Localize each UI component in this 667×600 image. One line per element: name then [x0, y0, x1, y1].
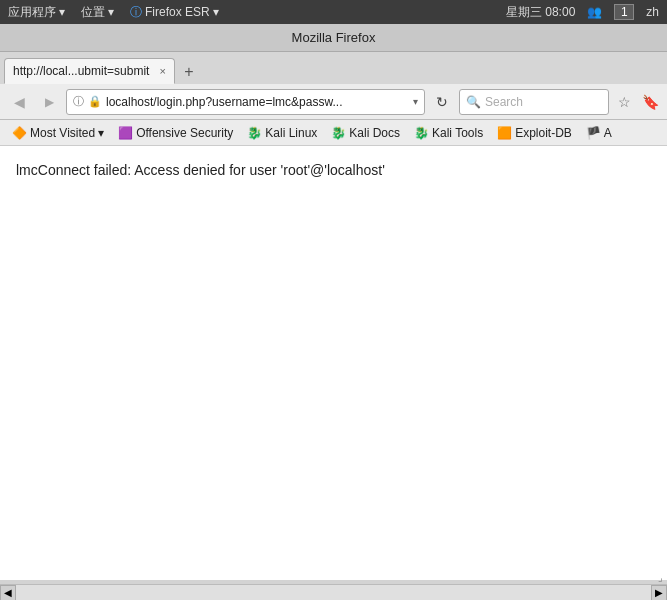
reload-icon: ↻	[436, 94, 448, 110]
most-visited-icon: 🔶	[12, 126, 27, 140]
places-menu-arrow: ▾	[108, 5, 114, 19]
star-icon: ☆	[618, 94, 631, 110]
system-bar: 应用程序 ▾ 位置 ▾ ⓘ Firefox ESR ▾ 星期三 08:00 👥 …	[0, 0, 667, 24]
bookmark-offensive-security[interactable]: 🟪 Offensive Security	[112, 124, 239, 142]
bookmark-kali-docs[interactable]: 🐉 Kali Docs	[325, 124, 406, 142]
bookmarks-bar: 🔶 Most Visited ▾ 🟪 Offensive Security 🐉 …	[0, 120, 667, 146]
url-dropdown-icon[interactable]: ▾	[413, 96, 418, 107]
forward-button[interactable]: ▶	[36, 89, 62, 115]
kali-docs-icon: 🐉	[331, 126, 346, 140]
places-menu-label: 位置	[81, 4, 105, 21]
bookmark-icon: 🔖	[642, 94, 659, 110]
bookmark-kali-linux[interactable]: 🐉 Kali Linux	[241, 124, 323, 142]
scroll-left-button[interactable]: ◀	[0, 585, 16, 601]
extra-bookmark-label: A	[604, 126, 612, 140]
page-content: lmcConnect failed: Access denied for use…	[0, 146, 667, 580]
bookmark-exploit-db[interactable]: 🟧 Exploit-DB	[491, 124, 578, 142]
tab-label: http://local...ubmit=submit	[13, 64, 149, 78]
browser-menu[interactable]: ⓘ Firefox ESR ▾	[126, 4, 223, 21]
app-menu[interactable]: 应用程序 ▾	[4, 4, 69, 21]
offensive-security-label: Offensive Security	[136, 126, 233, 140]
bottom-scrollbar: ◀ ▶	[0, 584, 667, 600]
star-button[interactable]: ☆	[613, 91, 635, 113]
back-icon: ◀	[14, 94, 25, 110]
scroll-right-button[interactable]: ▶	[651, 585, 667, 601]
app-menu-arrow: ▾	[59, 5, 65, 19]
browser-info-icon: ⓘ	[130, 4, 142, 21]
offensive-security-icon: 🟪	[118, 126, 133, 140]
bookmark-button[interactable]: 🔖	[639, 91, 661, 113]
language-indicator[interactable]: zh	[642, 5, 663, 19]
bookmark-kali-tools[interactable]: 🐉 Kali Tools	[408, 124, 489, 142]
kali-linux-label: Kali Linux	[265, 126, 317, 140]
exploit-db-label: Exploit-DB	[515, 126, 572, 140]
active-tab[interactable]: http://local...ubmit=submit ×	[4, 58, 175, 84]
browser-menu-label: Firefox ESR	[145, 5, 210, 19]
most-visited-label: Most Visited	[30, 126, 95, 140]
places-menu[interactable]: 位置 ▾	[77, 4, 118, 21]
scroll-track[interactable]	[16, 588, 651, 598]
people-icon: 👥	[587, 5, 602, 19]
kali-tools-label: Kali Tools	[432, 126, 483, 140]
tab-close-button[interactable]: ×	[159, 65, 165, 77]
search-placeholder: Search	[485, 95, 523, 109]
search-bar[interactable]: 🔍 Search	[459, 89, 609, 115]
search-icon: 🔍	[466, 95, 481, 109]
error-message: lmcConnect failed: Access denied for use…	[16, 162, 651, 178]
language-label: zh	[646, 5, 659, 19]
kali-docs-label: Kali Docs	[349, 126, 400, 140]
window-title: Mozilla Firefox	[292, 30, 376, 45]
new-tab-button[interactable]: +	[177, 60, 201, 84]
url-lock-icon: 🔒	[88, 95, 102, 108]
kali-tools-icon: 🐉	[414, 126, 429, 140]
tab-bar: http://local...ubmit=submit × +	[0, 52, 667, 84]
people-icon-area[interactable]: 👥	[583, 5, 606, 19]
bookmark-extra[interactable]: 🏴 A	[580, 124, 618, 142]
reload-button[interactable]: ↻	[429, 89, 455, 115]
app-menu-label: 应用程序	[8, 4, 56, 21]
bookmark-most-visited[interactable]: 🔶 Most Visited ▾	[6, 124, 110, 142]
kali-linux-icon: 🐉	[247, 126, 262, 140]
url-bar[interactable]: ⓘ 🔒 localhost/login.php?username=lmc&pas…	[66, 89, 425, 115]
window-badge[interactable]: 1	[614, 4, 634, 20]
most-visited-arrow: ▾	[98, 126, 104, 140]
extra-bookmark-icon: 🏴	[586, 126, 601, 140]
system-datetime: 星期三 08:00	[506, 4, 575, 21]
browser-menu-arrow: ▾	[213, 5, 219, 19]
back-button[interactable]: ◀	[6, 89, 32, 115]
url-info-icon: ⓘ	[73, 94, 84, 109]
forward-icon: ▶	[45, 95, 54, 109]
resize-handle[interactable]: ⌟	[653, 570, 667, 584]
exploit-db-icon: 🟧	[497, 126, 512, 140]
title-bar: Mozilla Firefox	[0, 24, 667, 52]
url-text: localhost/login.php?username=lmc&passw..…	[106, 95, 409, 109]
nav-bar: ◀ ▶ ⓘ 🔒 localhost/login.php?username=lmc…	[0, 84, 667, 120]
